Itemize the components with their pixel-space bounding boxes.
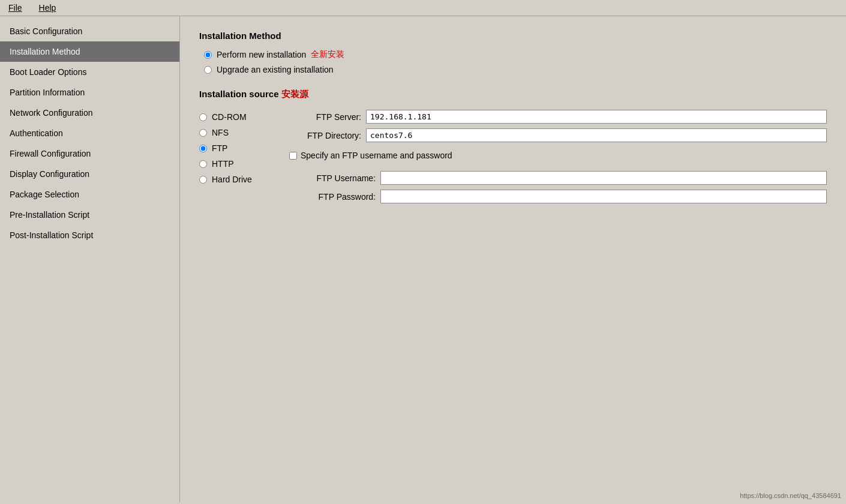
main-container: Basic Configuration Installation Method … <box>0 16 846 502</box>
ftp-password-input[interactable] <box>380 190 827 203</box>
source-http[interactable]: HTTP <box>199 159 289 169</box>
sidebar-item-pre-installation-script[interactable]: Pre-Installation Script <box>0 205 179 225</box>
installation-source-title: Installation source 安装源 <box>199 89 827 100</box>
sidebar-item-post-installation-script[interactable]: Post-Installation Script <box>0 225 179 245</box>
sidebar-item-firewall-configuration[interactable]: Firewall Configuration <box>0 143 179 164</box>
installation-method-title: Installation Method <box>199 31 827 41</box>
source-cdrom-input[interactable] <box>199 113 207 121</box>
source-cdrom[interactable]: CD-ROM <box>199 112 289 122</box>
source-harddrive[interactable]: Hard Drive <box>199 175 289 184</box>
ftp-password-row: FTP Password: <box>304 190 827 203</box>
ftp-directory-row: FTP Directory: <box>289 128 827 142</box>
source-nfs[interactable]: NFS <box>199 128 289 137</box>
source-layout: CD-ROM NFS FTP HTTP Hard Drive <box>199 110 827 203</box>
installation-type-group: Perform new installation 全新安装 Upgrade an… <box>204 49 827 74</box>
source-ftp[interactable]: FTP <box>199 143 289 153</box>
content-area: Installation Method Perform new installa… <box>180 16 846 502</box>
ftp-server-input[interactable] <box>366 110 827 124</box>
source-nfs-input[interactable] <box>199 129 207 137</box>
menubar: File Help <box>0 0 846 16</box>
ftp-directory-input[interactable] <box>366 128 827 142</box>
sidebar-item-basic-configuration[interactable]: Basic Configuration <box>0 21 179 41</box>
ftp-credentials-fields: FTP Username: FTP Password: <box>304 171 827 203</box>
source-http-input[interactable] <box>199 160 207 168</box>
radio-new-label: Perform new installation <box>217 50 306 59</box>
sidebar-item-boot-loader-options[interactable]: Boot Loader Options <box>0 62 179 82</box>
watermark: https://blog.csdn.net/qq_43584691 <box>740 492 841 499</box>
ftp-fields: FTP Server: FTP Directory: Specify an FT… <box>289 110 827 203</box>
ftp-server-label: FTP Server: <box>289 112 361 122</box>
sidebar-item-display-configuration[interactable]: Display Configuration <box>0 164 179 184</box>
radio-new-installation[interactable]: Perform new installation 全新安装 <box>204 49 827 60</box>
source-ftp-label: FTP <box>212 143 227 153</box>
radio-new-installation-input[interactable] <box>204 51 212 59</box>
source-nfs-label: NFS <box>212 128 229 137</box>
installation-source-chinese: 安装源 <box>281 89 308 99</box>
sidebar-item-partition-information[interactable]: Partition Information <box>0 82 179 103</box>
radio-upgrade-input[interactable] <box>204 66 212 74</box>
radio-upgrade-installation[interactable]: Upgrade an existing installation <box>204 65 827 74</box>
sidebar-item-installation-method[interactable]: Installation Method <box>0 41 179 62</box>
ftp-credentials-checkbox-row: Specify an FTP username and password <box>289 151 827 160</box>
ftp-username-input[interactable] <box>380 171 827 185</box>
ftp-credentials-checkbox[interactable] <box>289 152 297 160</box>
help-menu[interactable]: Help <box>35 2 60 14</box>
source-harddrive-label: Hard Drive <box>212 175 252 184</box>
source-cdrom-label: CD-ROM <box>212 112 247 122</box>
radio-new-chinese-label: 全新安装 <box>311 49 344 60</box>
sidebar-item-package-selection[interactable]: Package Selection <box>0 184 179 205</box>
ftp-server-row: FTP Server: <box>289 110 827 124</box>
file-menu[interactable]: File <box>5 2 26 14</box>
ftp-password-label: FTP Password: <box>304 192 376 202</box>
source-harddrive-input[interactable] <box>199 176 207 184</box>
sidebar-item-authentication[interactable]: Authentication <box>0 123 179 143</box>
ftp-directory-label: FTP Directory: <box>289 131 361 140</box>
sidebar-item-network-configuration[interactable]: Network Configuration <box>0 103 179 123</box>
source-http-label: HTTP <box>212 159 234 169</box>
sidebar: Basic Configuration Installation Method … <box>0 16 180 502</box>
ftp-username-row: FTP Username: <box>304 171 827 185</box>
ftp-username-label: FTP Username: <box>304 173 376 183</box>
radio-upgrade-label: Upgrade an existing installation <box>217 65 334 74</box>
source-options-group: CD-ROM NFS FTP HTTP Hard Drive <box>199 110 289 203</box>
ftp-credentials-checkbox-label: Specify an FTP username and password <box>301 151 452 160</box>
source-ftp-input[interactable] <box>199 145 207 152</box>
